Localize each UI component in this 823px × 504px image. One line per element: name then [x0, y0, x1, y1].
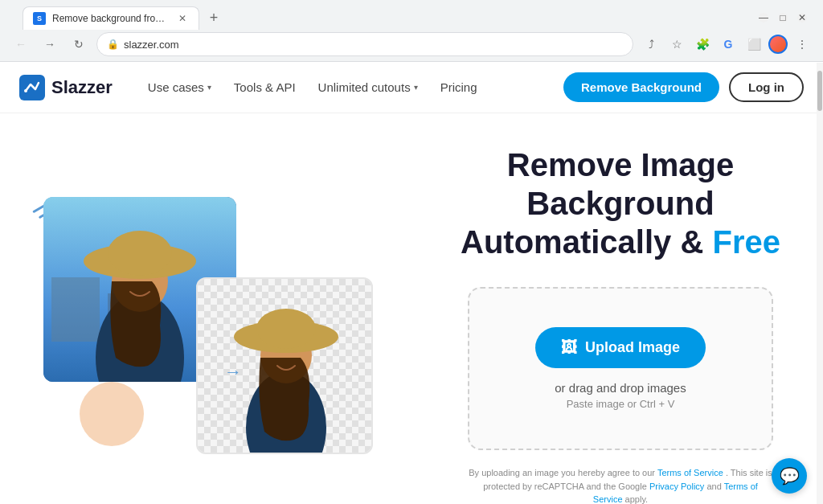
svg-point-1 [24, 89, 27, 92]
chevron-down-icon: ▾ [207, 83, 211, 92]
window-minimize-button[interactable]: — [759, 13, 768, 23]
tab-close-button[interactable]: ✕ [176, 12, 189, 25]
remove-background-button[interactable]: Remove Background [563, 72, 719, 102]
share-icon[interactable]: ⤴ [640, 33, 662, 55]
arrow-connector: → [224, 362, 242, 383]
svg-point-17 [256, 309, 316, 349]
menu-icon[interactable]: ⋮ [791, 33, 813, 55]
address-bar[interactable]: 🔒 slazzer.com [96, 32, 633, 56]
terms-text: By uploading an image you hereby agree t… [468, 466, 773, 504]
logo[interactable]: Slazzer [19, 75, 113, 100]
hero-title: Remove Image Background Automatically & … [437, 145, 804, 261]
paste-text: Paste image or Ctrl + V [495, 398, 746, 410]
bookmark-icon[interactable]: ☆ [665, 33, 688, 55]
hero-section: → [0, 113, 823, 504]
active-tab[interactable]: S Remove background from imag... ✕ [23, 6, 199, 30]
terms-of-service-link-1[interactable]: Terms of Service [657, 468, 723, 477]
google-icon[interactable]: G [717, 33, 739, 55]
logo-icon [19, 75, 45, 100]
window-close-button[interactable]: ✕ [797, 13, 807, 23]
nav-use-cases[interactable]: Use cases ▾ [138, 74, 221, 100]
chat-widget[interactable]: 💬 [772, 458, 807, 494]
upload-icon: 🖼 [561, 338, 577, 357]
forward-button[interactable]: → [39, 33, 61, 55]
upload-dropzone[interactable]: 🖼 Upload Image or drag and drop images P… [468, 287, 773, 450]
window-maximize-button[interactable]: □ [778, 13, 788, 23]
nav-pricing[interactable]: Pricing [431, 74, 487, 100]
nav-tools-api[interactable]: Tools & API [224, 74, 305, 100]
hero-content: Remove Image Background Automatically & … [437, 145, 804, 504]
tab-search-icon[interactable]: ⬜ [743, 33, 765, 55]
site-nav: Slazzer Use cases ▾ Tools & API Unlimite… [0, 62, 823, 113]
scrollbar-thumb[interactable] [817, 71, 822, 111]
back-button[interactable]: ← [10, 33, 32, 55]
svg-point-8 [108, 231, 172, 276]
svg-rect-3 [51, 277, 100, 342]
page-scrollbar[interactable] [817, 63, 823, 504]
chat-icon: 💬 [780, 466, 800, 486]
hero-free-text: Free [712, 224, 780, 260]
new-tab-button[interactable]: + [203, 7, 225, 30]
nav-actions: Remove Background Log in [563, 72, 804, 102]
nav-unlimited-cutouts[interactable]: Unlimited cutouts ▾ [309, 74, 428, 100]
svg-rect-0 [19, 75, 45, 100]
tab-title: Remove background from imag... [52, 13, 170, 24]
logo-text: Slazzer [51, 77, 113, 98]
hero-visual: → [19, 181, 405, 470]
extensions-icon[interactable]: 🧩 [691, 33, 714, 55]
upload-image-button[interactable]: 🖼 Upload Image [535, 327, 706, 368]
chevron-down-icon-2: ▾ [414, 83, 418, 92]
decoration-circle [80, 382, 144, 446]
nav-links: Use cases ▾ Tools & API Unlimited cutout… [138, 74, 563, 100]
profile-avatar[interactable] [768, 35, 788, 54]
login-button[interactable]: Log in [729, 72, 804, 102]
privacy-policy-link[interactable]: Privacy Policy [649, 481, 704, 491]
tab-favicon: S [33, 12, 46, 25]
address-text: slazzer.com [124, 39, 623, 51]
drag-drop-text: or drag and drop images [495, 381, 746, 395]
reload-button[interactable]: ↻ [68, 33, 90, 55]
lock-icon: 🔒 [107, 39, 119, 50]
result-image [196, 277, 373, 454]
